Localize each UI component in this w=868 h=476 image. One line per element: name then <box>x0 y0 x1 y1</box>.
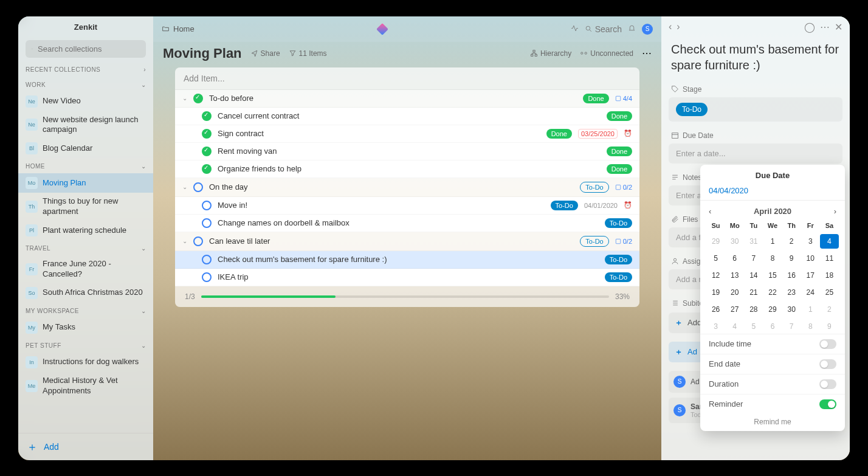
task-row[interactable]: Cancel current contractDone <box>175 108 639 125</box>
close-icon[interactable]: ✕ <box>835 21 842 33</box>
calendar-day[interactable]: 28 <box>744 302 763 317</box>
calendar-day[interactable]: 16 <box>782 268 801 283</box>
chevron-down-icon[interactable]: ⌄ <box>182 184 187 190</box>
month-label[interactable]: April 2020 <box>754 207 791 216</box>
calendar-day[interactable]: 10 <box>801 251 820 266</box>
calendar-day[interactable]: 3 <box>706 319 725 334</box>
nav-next-icon[interactable]: › <box>677 21 680 32</box>
calendar-day[interactable]: 22 <box>763 285 782 300</box>
checkbox-empty-icon[interactable] <box>202 272 212 282</box>
calendar-day[interactable]: 29 <box>763 302 782 317</box>
calendar-day[interactable]: 23 <box>782 285 801 300</box>
stage-pill[interactable]: To-Do <box>676 103 708 116</box>
due-date-field[interactable]: Enter a date... <box>669 143 842 164</box>
calendar-day[interactable]: 6 <box>725 251 744 266</box>
task-row[interactable]: Rent moving vanDone <box>175 143 639 160</box>
calendar-day[interactable]: 25 <box>820 285 839 300</box>
more-icon[interactable]: ⋯ <box>642 47 652 59</box>
search-input[interactable] <box>38 44 140 53</box>
task-row[interactable]: IKEA tripTo-Do <box>175 269 639 286</box>
calendar-day[interactable]: 31 <box>744 234 763 249</box>
calendar-day[interactable]: 24 <box>801 285 820 300</box>
task-group-row[interactable]: ⌄Can leave til laterTo-Do0/2 <box>175 232 639 251</box>
checkbox-empty-icon[interactable] <box>202 218 212 228</box>
sidebar-item[interactable]: PlPlant watering schedule <box>18 221 153 240</box>
breadcrumb[interactable]: Home <box>162 24 195 33</box>
calendar-day[interactable]: 21 <box>744 285 763 300</box>
more-icon[interactable]: ⋯ <box>820 21 830 33</box>
section-header[interactable]: Home⌄ <box>18 158 153 173</box>
expand-icon[interactable]: ◯ <box>804 21 815 33</box>
calendar-day[interactable]: 18 <box>820 268 839 283</box>
section-header[interactable]: Work⌄ <box>18 77 153 92</box>
task-row[interactable]: Move in!To-Do04/01/2020⏰ <box>175 197 639 215</box>
checkbox-checked-icon[interactable] <box>202 147 212 156</box>
task-group-row[interactable]: ⌄On the dayTo-Do0/2 <box>175 178 639 197</box>
activity-icon[interactable] <box>571 24 579 34</box>
reminder-option[interactable]: Reminder <box>700 394 845 414</box>
toggle[interactable] <box>819 359 836 369</box>
task-row[interactable]: Check out mum's basement for spare furni… <box>175 251 639 269</box>
calendar-day[interactable]: 7 <box>744 251 763 266</box>
calendar-day[interactable]: 4 <box>820 234 839 249</box>
calendar-day[interactable]: 7 <box>782 319 801 334</box>
task-row[interactable]: Change names on doorbell & mailboxTo-Do <box>175 215 639 232</box>
calendar-day[interactable]: 30 <box>782 302 801 317</box>
calendar-day[interactable]: 5 <box>706 251 725 266</box>
calendar-day[interactable]: 8 <box>801 319 820 334</box>
calendar-day[interactable]: 14 <box>744 268 763 283</box>
calendar-day[interactable]: 29 <box>706 234 725 249</box>
sidebar-item[interactable]: NeNew website design launch campaign <box>18 111 153 139</box>
checkbox-empty-icon[interactable] <box>193 182 203 192</box>
calendar-day[interactable]: 2 <box>820 302 839 317</box>
section-header[interactable]: Pet Stuff⌄ <box>18 337 153 353</box>
stage-field[interactable]: To-Do <box>669 97 842 122</box>
bell-icon[interactable] <box>628 24 636 34</box>
sidebar-item[interactable]: InInstructions for dog walkers <box>18 353 153 372</box>
calendar-day[interactable]: 30 <box>725 234 744 249</box>
duration-option[interactable]: Duration <box>700 374 845 394</box>
checkbox-empty-icon[interactable] <box>202 201 212 210</box>
sidebar-item[interactable]: SoSouth Africa Christmas 2020 <box>18 283 153 303</box>
section-header[interactable]: My Workspace⌄ <box>18 303 153 318</box>
calendar-day[interactable]: 9 <box>820 319 839 334</box>
task-row[interactable]: Sign contractDone03/25/2020⏰ <box>175 125 639 143</box>
calendar-day[interactable]: 5 <box>744 319 763 334</box>
remind-me-link[interactable]: Remind me <box>700 414 845 426</box>
next-month-icon[interactable]: › <box>834 207 836 216</box>
sidebar-item[interactable]: BlBlog Calendar <box>18 139 153 158</box>
detail-title[interactable]: Check out mum's basement for spare furni… <box>661 38 850 81</box>
calendar-day[interactable]: 1 <box>801 302 820 317</box>
calendar-day[interactable]: 8 <box>763 251 782 266</box>
calendar-day[interactable]: 2 <box>782 234 801 249</box>
sidebar-item[interactable]: MyMy Tasks <box>18 318 153 337</box>
datepicker-selected-date[interactable]: 04/04/2020 <box>700 184 845 201</box>
calendar-day[interactable]: 26 <box>706 302 725 317</box>
end-date-option[interactable]: End date <box>700 354 845 374</box>
chevron-down-icon[interactable]: ⌄ <box>182 238 187 244</box>
calendar-day[interactable]: 17 <box>801 268 820 283</box>
calendar-day[interactable]: 1 <box>763 234 782 249</box>
toggle[interactable] <box>819 379 836 389</box>
sidebar-item[interactable]: MeMedical History & Vet Appointments <box>18 372 153 400</box>
search-collections[interactable] <box>26 40 146 58</box>
include-time-option[interactable]: Include time <box>700 334 845 354</box>
calendar-day[interactable]: 9 <box>782 251 801 266</box>
calendar-day[interactable]: 13 <box>725 268 744 283</box>
calendar-day[interactable]: 15 <box>763 268 782 283</box>
calendar-day[interactable]: 6 <box>763 319 782 334</box>
checkbox-empty-icon[interactable] <box>193 236 203 246</box>
sidebar-item[interactable]: FrFrance June 2020 - Cancelled? <box>18 255 153 283</box>
checkbox-empty-icon[interactable] <box>202 255 212 264</box>
checkbox-checked-icon[interactable] <box>202 111 212 121</box>
toggle[interactable] <box>819 339 836 349</box>
calendar-day[interactable]: 4 <box>725 319 744 334</box>
calendar-day[interactable]: 11 <box>820 251 839 266</box>
task-row[interactable]: Organize friends to helpDone <box>175 160 639 178</box>
calendar-day[interactable]: 3 <box>801 234 820 249</box>
calendar-day[interactable]: 20 <box>725 285 744 300</box>
section-header[interactable]: Recent Collections› <box>18 61 153 77</box>
toggle[interactable] <box>819 399 836 409</box>
calendar-day[interactable]: 27 <box>725 302 744 317</box>
sidebar-item[interactable]: NeNew Video <box>18 92 153 111</box>
